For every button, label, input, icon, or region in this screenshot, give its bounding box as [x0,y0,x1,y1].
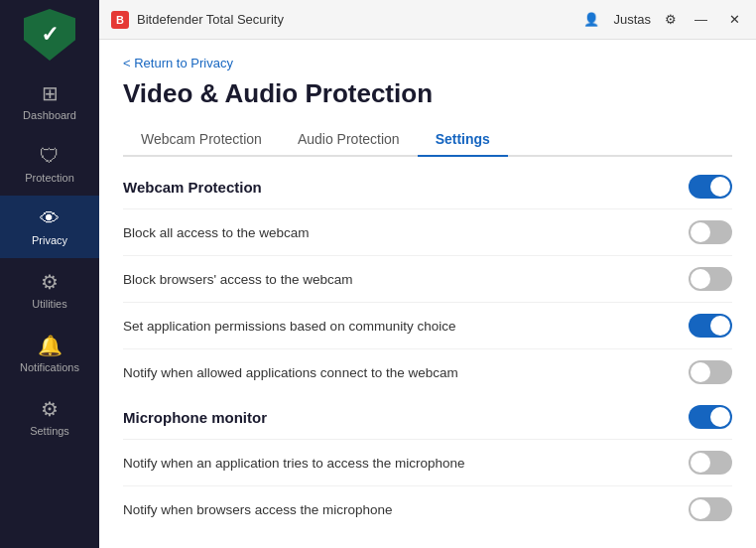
webcam-section: Webcam Protection Block all access to th… [123,175,732,395]
setting-row-block-browsers-webcam: Block browsers' access to the webcam [123,255,732,302]
microphone-section-header: Microphone monitor [123,405,732,429]
user-icon: 👤 [583,12,599,27]
privacy-icon: 👁 [40,207,60,230]
setting-row-notify-browsers-mic: Notify when browsers access the micropho… [123,485,732,532]
sidebar-item-settings[interactable]: ⚙ Settings [0,385,99,449]
setting-label: Notify when allowed applications connect… [123,365,458,380]
tab-settings[interactable]: Settings [418,123,508,157]
sidebar-item-utilities[interactable]: ⚙ Utilities [0,258,99,322]
webcam-section-header: Webcam Protection [123,175,732,199]
minimize-button[interactable]: — [691,12,711,27]
setting-label: Set application permissions based on com… [123,319,455,334]
titlebar-right: 👤 Justas ⚙ — ✕ [583,12,744,27]
sidebar-item-notifications[interactable]: 🔔 Notifications [0,322,99,385]
setting-row-notify-app-mic: Notify when an application tries to acce… [123,439,732,485]
setting-row-block-all-webcam: Block all access to the webcam [123,208,732,255]
notify-webcam-toggle[interactable] [689,360,732,384]
notify-app-mic-knob [691,453,710,473]
sidebar-item-label: Utilities [32,298,66,310]
main-area: B Bitdefender Total Security 👤 Justas ⚙ … [99,0,756,548]
setting-row-notify-webcam: Notify when allowed applications connect… [123,348,732,395]
webcam-protection-master-toggle[interactable] [689,175,732,199]
notify-app-mic-toggle[interactable] [689,451,732,475]
microphone-section: Microphone monitor Notify when an applic… [123,405,732,532]
webcam-section-title: Webcam Protection [123,179,262,196]
microphone-section-title: Microphone monitor [123,409,267,426]
titlebar-left: B Bitdefender Total Security [111,11,284,29]
username-label: Justas [613,12,651,27]
utilities-icon: ⚙ [41,270,59,294]
content-area: < Return to Privacy Video & Audio Protec… [99,40,756,548]
sidebar-item-label: Dashboard [23,109,76,121]
setting-label: Notify when browsers access the micropho… [123,502,393,517]
block-all-webcam-knob [691,222,710,242]
sidebar-item-protection[interactable]: 🛡 Protection [0,133,99,196]
titlebar-gear-icon[interactable]: ⚙ [665,12,677,27]
titlebar: B Bitdefender Total Security 👤 Justas ⚙ … [99,0,756,40]
sidebar-logo [0,0,99,69]
tab-audio-protection[interactable]: Audio Protection [280,123,418,157]
sidebar-item-label: Notifications [20,361,79,373]
block-all-webcam-toggle[interactable] [689,220,732,244]
microphone-toggle-knob [710,407,730,427]
setting-label: Block browsers' access to the webcam [123,272,352,287]
sidebar-item-label: Privacy [32,234,67,246]
notify-browsers-mic-toggle[interactable] [689,497,732,521]
community-choice-knob [710,316,730,336]
sidebar-item-privacy[interactable]: 👁 Privacy [0,196,99,258]
setting-label: Notify when an application tries to acce… [123,456,464,471]
app-logo-shield [24,9,75,61]
dashboard-icon [42,81,59,105]
protection-icon: 🛡 [40,145,60,168]
app-title: Bitdefender Total Security [137,12,284,27]
tab-bar: Webcam Protection Audio Protection Setti… [123,123,732,157]
app-icon: B [111,11,129,29]
notify-browsers-mic-knob [691,499,710,519]
sidebar: Dashboard 🛡 Protection 👁 Privacy ⚙ Utili… [0,0,99,548]
sidebar-item-label: Protection [25,172,74,184]
settings-icon: ⚙ [41,397,59,421]
sidebar-item-dashboard[interactable]: Dashboard [0,69,99,133]
breadcrumb[interactable]: < Return to Privacy [123,56,732,70]
webcam-protection-toggle-knob [710,177,730,197]
page-title: Video & Audio Protection [123,78,732,109]
community-choice-toggle[interactable] [689,314,732,338]
block-browsers-webcam-toggle[interactable] [689,267,732,291]
notifications-icon: 🔔 [38,334,63,357]
sidebar-item-label: Settings [30,425,69,437]
tab-webcam-protection[interactable]: Webcam Protection [123,123,280,157]
notify-webcam-knob [691,362,710,382]
close-button[interactable]: ✕ [725,12,744,27]
setting-row-community-choice: Set application permissions based on com… [123,302,732,348]
block-browsers-webcam-knob [691,269,710,289]
setting-label: Block all access to the webcam [123,225,310,240]
microphone-master-toggle[interactable] [689,405,732,429]
